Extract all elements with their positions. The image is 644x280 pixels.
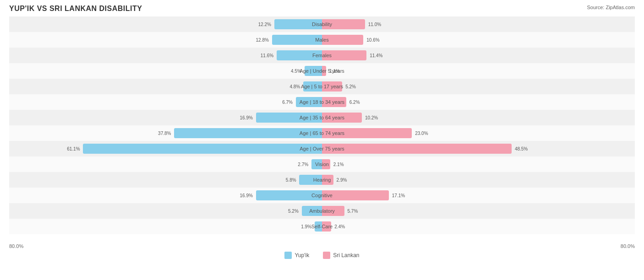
source-label: Source: ZipAtlas.com — [587, 5, 635, 10]
value-right: 23.0% — [415, 131, 428, 136]
bar-left — [272, 35, 322, 45]
table-row: Cognitive16.9%17.1% — [9, 188, 635, 203]
value-right: 2.1% — [333, 162, 344, 167]
table-row: Age | Under 5 years4.5%1.1% — [9, 63, 635, 79]
value-right: 2.9% — [337, 178, 347, 183]
value-left: 5.2% — [288, 209, 299, 214]
legend-srilankan: Sri Lankan — [323, 252, 359, 259]
legend-yupik-label: Yup'ik — [295, 252, 309, 258]
row-label: Age | 18 to 34 years — [300, 99, 344, 105]
table-row: Hearing5.8%2.9% — [9, 172, 635, 188]
table-row: Age | 35 to 64 years16.9%10.2% — [9, 110, 635, 125]
row-label: Age | 35 to 64 years — [300, 115, 344, 120]
row-label: Cognitive — [311, 193, 333, 198]
table-row: Females11.6%11.4% — [9, 48, 635, 63]
value-left: 37.8% — [158, 131, 171, 136]
value-right: 5.7% — [347, 209, 358, 214]
value-left: 11.6% — [261, 53, 273, 58]
value-right: 2.4% — [334, 224, 345, 229]
value-left: 12.2% — [258, 22, 271, 27]
value-right: 10.2% — [365, 115, 378, 120]
chart-area: Disability12.2%11.0%Males12.8%10.6%Femal… — [9, 16, 635, 242]
value-left: 4.8% — [289, 84, 300, 89]
table-row: Ambulatory5.2%5.7% — [9, 203, 635, 219]
row-label: Hearing — [313, 177, 331, 183]
table-row: Vision2.7%2.1% — [9, 156, 635, 172]
axis-right: 80.0% — [621, 243, 635, 249]
legend-srilankan-label: Sri Lankan — [333, 252, 359, 258]
row-label: Females — [312, 53, 332, 58]
value-left: 2.7% — [298, 162, 308, 167]
row-label: Age | 65 to 74 years — [300, 130, 344, 136]
row-label: Age | Under 5 years — [300, 68, 344, 74]
value-right: 17.1% — [392, 193, 405, 198]
bar-right — [322, 144, 512, 154]
value-right: 5.2% — [345, 84, 356, 89]
bar-left — [83, 144, 322, 154]
value-left: 16.9% — [240, 115, 253, 120]
legend-srilankan-color — [323, 252, 330, 259]
value-right: 10.6% — [366, 38, 379, 43]
value-right: 11.0% — [368, 22, 381, 27]
chart-container: YUP'IK VS SRI LANKAN DISABILITY Source: … — [0, 0, 644, 280]
table-row: Age | Over 75 years61.1%48.5% — [9, 141, 635, 156]
legend-yupik: Yup'ik — [284, 252, 309, 259]
table-row: Age | 65 to 74 years37.8%23.0% — [9, 125, 635, 141]
value-left: 1.9% — [301, 224, 311, 229]
table-row: Self-Care1.9%2.4% — [9, 219, 635, 234]
row-label: Disability — [312, 22, 332, 27]
value-left: 61.1% — [67, 146, 80, 151]
value-right: 6.2% — [349, 100, 360, 105]
table-row: Age | 18 to 34 years6.7%6.2% — [9, 94, 635, 110]
value-left: 6.7% — [282, 100, 293, 105]
legend-yupik-color — [284, 252, 292, 259]
table-row: Age | 5 to 17 years4.8%5.2% — [9, 79, 635, 94]
table-row: Disability12.2%11.0% — [9, 16, 635, 32]
row-label: Ambulatory — [309, 208, 335, 214]
row-label: Self-Care — [311, 224, 333, 229]
row-label: Males — [315, 37, 328, 43]
axis-labels: 80.0% 80.0% — [9, 243, 635, 249]
chart-title: YUP'IK VS SRI LANKAN DISABILITY — [9, 5, 635, 13]
value-right: 11.4% — [370, 53, 382, 58]
row-label: Age | Over 75 years — [300, 146, 344, 151]
axis-left: 80.0% — [9, 243, 23, 249]
value-right: 48.5% — [515, 146, 528, 151]
table-row: Males12.8%10.6% — [9, 32, 635, 48]
value-left: 5.8% — [286, 178, 296, 183]
row-label: Age | 5 to 17 years — [301, 84, 343, 89]
row-label: Vision — [315, 162, 329, 167]
value-left: 12.8% — [256, 38, 269, 43]
legend: Yup'ik Sri Lankan — [9, 252, 635, 259]
value-left: 16.9% — [240, 193, 253, 198]
